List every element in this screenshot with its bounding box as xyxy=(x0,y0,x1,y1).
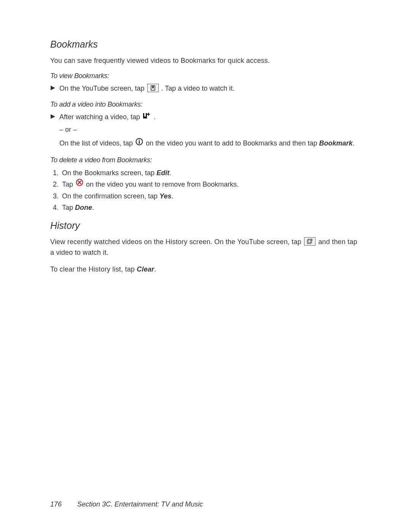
text: Tap xyxy=(62,204,75,211)
history-intro: View recently watched videos on the Hist… xyxy=(50,236,361,258)
bullet-add-bookmark: After watching a video, tap . xyxy=(50,112,361,123)
heading-history: History xyxy=(50,220,361,231)
text: . xyxy=(154,113,156,121)
svg-rect-2 xyxy=(152,86,154,88)
text: on the video you want to remove from Boo… xyxy=(86,181,239,188)
triangle-bullet-icon xyxy=(50,114,57,119)
text: . Tap a video to watch it. xyxy=(161,85,235,92)
ui-done: Done xyxy=(75,204,92,211)
ui-clear: Clear xyxy=(137,265,154,273)
bookmarks-intro: You can save frequently viewed videos to… xyxy=(50,55,361,66)
svg-marker-0 xyxy=(51,86,55,90)
info-circle-icon xyxy=(135,138,143,149)
text: . xyxy=(352,139,354,147)
text: on the video you want to add to Bookmark… xyxy=(146,139,319,147)
subhead-delete-bookmark: To delete a video from Bookmarks: xyxy=(50,156,361,164)
svg-marker-3 xyxy=(51,114,55,119)
add-bookmark-alt: On the list of videos, tap on the video … xyxy=(59,138,361,149)
ui-yes: Yes xyxy=(159,192,171,200)
svg-rect-10 xyxy=(139,141,140,144)
step-2: Tap on the video you want to remove from… xyxy=(61,179,361,190)
text: View recently watched videos on the Hist… xyxy=(50,238,303,246)
svg-rect-14 xyxy=(307,240,311,244)
text: . xyxy=(172,192,174,200)
text: On the Bookmarks screen, tap xyxy=(62,169,156,177)
text: Tap xyxy=(62,181,75,188)
step-3: On the confirmation screen, tap Yes. xyxy=(61,190,361,202)
section-label: Section 3C. Entertainment: TV and Music xyxy=(77,500,203,508)
bookmarks-tab-icon xyxy=(147,84,159,92)
triangle-bullet-icon xyxy=(50,85,57,91)
text: . xyxy=(154,265,156,273)
history-clear: To clear the History list, tap Clear. xyxy=(50,264,361,275)
or-separator: – or – xyxy=(59,124,361,135)
delete-steps: On the Bookmarks screen, tap Edit. Tap o… xyxy=(50,167,361,213)
text: . xyxy=(169,169,171,177)
heading-bookmarks: Bookmarks xyxy=(50,39,361,50)
history-tab-icon xyxy=(304,237,315,246)
svg-rect-7 xyxy=(147,114,150,115)
subhead-view-bookmarks: To view Bookmarks: xyxy=(50,72,361,80)
text: On the list of videos, tap xyxy=(59,139,135,147)
svg-point-9 xyxy=(139,139,140,141)
page-number: 176 xyxy=(50,500,62,508)
bullet-add-text: After watching a video, tap . xyxy=(59,112,361,123)
add-bookmark-icon xyxy=(143,111,151,122)
bullet-view-text: On the YouTube screen, tap . Tap a video… xyxy=(59,83,361,94)
svg-rect-5 xyxy=(144,113,146,117)
text: After watching a video, tap xyxy=(59,113,142,121)
subhead-add-bookmark: To add a video into Bookmarks: xyxy=(50,101,361,109)
page-footer: 176 Section 3C. Entertainment: TV and Mu… xyxy=(50,500,203,508)
ui-edit: Edit xyxy=(156,169,169,177)
ui-bookmark: Bookmark xyxy=(319,139,352,147)
page: Bookmarks You can save frequently viewed… xyxy=(0,0,411,532)
text: To clear the History list, tap xyxy=(50,265,137,273)
text: On the YouTube screen, tap xyxy=(59,85,147,92)
delete-circle-icon xyxy=(76,178,83,190)
step-1: On the Bookmarks screen, tap Edit. xyxy=(61,167,361,179)
text: . xyxy=(92,204,94,211)
text: On the confirmation screen, tap xyxy=(62,192,159,200)
bullet-view-bookmarks: On the YouTube screen, tap . Tap a video… xyxy=(50,83,361,94)
step-4: Tap Done. xyxy=(61,202,361,213)
